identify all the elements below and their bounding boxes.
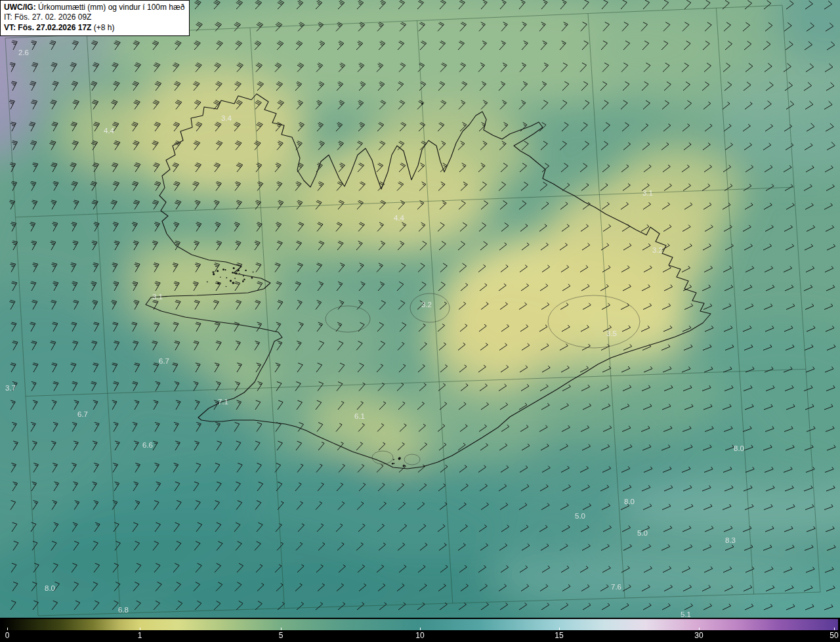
precip-value-label: 3.4 (221, 114, 232, 122)
colorbar-tick-mark (699, 628, 700, 630)
precip-blob (177, 289, 387, 394)
precip-blob (512, 348, 722, 440)
colorbar-tick-label: 1 (138, 631, 142, 640)
colorbar-tick-mark (834, 628, 835, 630)
precip-value-label: 4.4 (394, 214, 405, 222)
colorbar-tick-label: 50 (830, 631, 838, 640)
precip-value-label: 5.1 (681, 610, 691, 618)
precip-value-label: 3.5 (606, 330, 617, 337)
precip-value-label: 7.6 (611, 583, 621, 591)
colorbar-tick-mark (281, 628, 282, 630)
precip-value-label: 8.0 (624, 498, 635, 505)
weather-map-stage: 2.64.43.44.43.13.23.13.23.56.73.76.77.16… (0, 0, 840, 642)
island-dot (233, 267, 235, 269)
title-line: UWC/IG: Úrkomumætti (mm) og vindur í 100… (4, 3, 184, 12)
colorbar-tick-label: 15 (555, 631, 563, 640)
island-dot (394, 463, 395, 464)
precip-value-label: 3.2 (652, 246, 663, 254)
precip-value-label: 5.0 (575, 512, 585, 520)
colorbar-tick-mark (420, 628, 421, 630)
precip-value-label: 8.3 (725, 536, 736, 544)
colorbar-ticks: 01510153050 (2, 630, 838, 641)
precip-value-label: 3.7 (5, 384, 16, 392)
island-dot (234, 278, 236, 279)
island-dot (220, 276, 221, 278)
colorbar: 01510153050 (0, 618, 840, 642)
colorbar-tick-label: 0 (5, 631, 10, 640)
island-dot (245, 270, 246, 271)
precip-value-label: 3.1 (152, 293, 163, 301)
map-title: Úrkomumætti (mm) og vindur í 100m hæð (36, 3, 185, 12)
island-dot (232, 282, 234, 284)
map-canvas: 2.64.43.44.43.13.23.13.23.56.73.76.77.16… (0, 0, 840, 618)
colorbar-tick-label: 30 (694, 631, 703, 640)
precip-value-label: 6.1 (354, 412, 365, 420)
precip-value-label: 4.4 (104, 127, 115, 135)
island-dot (230, 280, 232, 282)
island-dot (222, 268, 224, 270)
precip-value-label: 6.7 (77, 410, 88, 418)
colorbar-tick-mark (7, 628, 8, 630)
valid-time-line: VT: Fös. 27.02.2026 17Z (+8 h) (4, 23, 184, 33)
valid-offset: (+8 h) (91, 23, 114, 32)
island-dot (224, 269, 226, 270)
island-dot (243, 280, 244, 281)
island-dot (393, 459, 394, 460)
precip-blob (236, 171, 381, 263)
island-dot (243, 275, 244, 276)
island-dot (243, 279, 245, 280)
precip-value-label: 6.8 (118, 606, 129, 614)
island-dot (253, 271, 254, 272)
precip-value-label: 8.0 (45, 584, 55, 592)
valid-time: VT: Fös. 27.02.2026 17Z (4, 23, 91, 32)
colorbar-tick-mark (140, 628, 140, 630)
island-dot (217, 270, 219, 272)
island-dot (251, 277, 253, 279)
island-dot (207, 281, 208, 282)
island-dot (236, 272, 237, 274)
precip-blob (361, 105, 532, 197)
island-dot (213, 273, 215, 275)
precip-value-label: 3.1 (642, 189, 653, 197)
island-dot (242, 281, 244, 283)
colorbar-tick-label: 5 (279, 631, 284, 640)
precip-value-label: 6.6 (142, 441, 153, 449)
precip-value-label: 5.0 (637, 529, 648, 537)
precip-value-label: 6.7 (159, 357, 169, 365)
colorbar-tick-label: 10 (415, 631, 424, 640)
island-dot (226, 277, 227, 278)
island-dot (232, 272, 233, 273)
island-dot (226, 286, 227, 288)
colorbar-tick-mark (559, 628, 560, 630)
precip-value-label: 3.2 (421, 301, 432, 309)
precip-value-label: 8.0 (734, 444, 744, 452)
title-box: UWC/IG: Úrkomumætti (mm) og vindur í 100… (0, 0, 190, 36)
product-code: UWC/IG: (4, 3, 36, 12)
island-dot (392, 463, 394, 465)
precip-value-label: 7.1 (218, 398, 228, 406)
island-dot (239, 273, 240, 274)
precip-value-label: 2.6 (18, 49, 29, 56)
init-time: IT: Fös. 27. 02. 2026 09Z (4, 12, 184, 22)
island-dot (399, 457, 401, 459)
island-dot (213, 271, 215, 273)
